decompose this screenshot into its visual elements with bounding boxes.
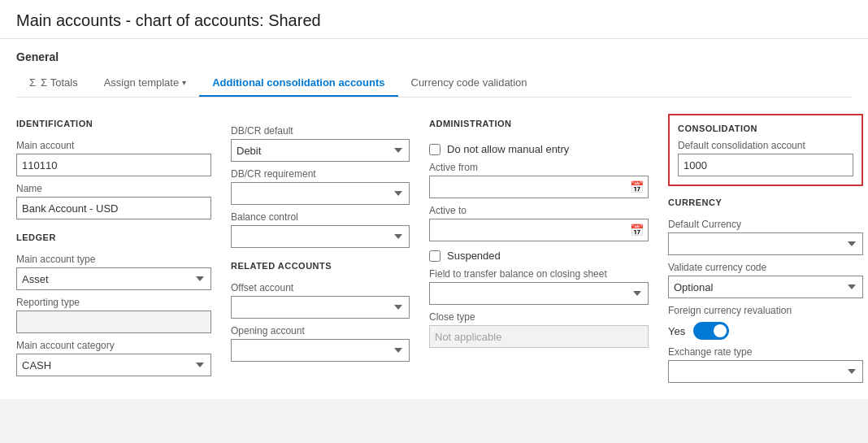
tab-additional-consolidation[interactable]: Additional consolidation accounts: [199, 70, 397, 97]
field-transfer-wrapper: [429, 282, 649, 305]
default-currency-select[interactable]: [668, 232, 863, 255]
foreign-currency-toggle-container: Yes: [668, 322, 863, 340]
db-cr-default-wrapper: Debit Credit: [231, 139, 410, 162]
consolidation-group-label: CONSOLIDATION: [678, 124, 853, 133]
tab-currency-code-label: Currency code validation: [411, 76, 527, 89]
currency-group-label: CURRENCY: [668, 198, 863, 207]
do-not-allow-checkbox[interactable]: [429, 144, 441, 155]
suspended-row: Suspended: [429, 250, 649, 262]
tab-totals[interactable]: Σ Σ Totals: [16, 70, 91, 97]
validate-currency-code-wrapper: Optional Required Not applicable: [668, 276, 863, 298]
balance-control-label: Balance control: [231, 211, 410, 223]
exchange-rate-type-label: Exchange rate type: [668, 346, 863, 358]
close-type-label: Close type: [429, 311, 649, 323]
suspended-checkbox[interactable]: [429, 250, 441, 262]
default-consolidation-input[interactable]: [678, 154, 853, 176]
offset-account-wrapper: [231, 296, 410, 319]
db-cr-default-select[interactable]: Debit Credit: [231, 139, 410, 162]
main-account-category-wrapper: CASH OTHER: [16, 354, 211, 376]
db-cr-requirement-label: DB/CR requirement: [231, 168, 410, 180]
identification-group-label: IDENTIFICATION: [16, 119, 211, 128]
sigma-icon: Σ: [29, 76, 36, 89]
tab-additional-consolidation-label: Additional consolidation accounts: [212, 76, 384, 89]
tab-currency-code[interactable]: Currency code validation: [398, 70, 540, 97]
form-grid: IDENTIFICATION Main account Name LEDGER …: [16, 111, 852, 383]
offset-account-select[interactable]: [231, 296, 410, 319]
db-cr-requirement-select[interactable]: Debit Credit: [231, 182, 410, 205]
do-not-allow-label: Do not allow manual entry: [447, 143, 569, 155]
tab-assign-template-label: Assign template: [104, 76, 180, 89]
main-account-type-label: Main account type: [16, 254, 211, 265]
main-account-category-label: Main account category: [16, 340, 211, 351]
active-from-label: Active from: [429, 162, 649, 173]
column-dbcr: DB/CR default Debit Credit DB/CR require…: [231, 111, 410, 362]
default-currency-wrapper: [668, 232, 863, 255]
offset-account-label: Offset account: [231, 282, 410, 293]
active-from-wrapper: 📅: [429, 176, 649, 198]
default-currency-label: Default Currency: [668, 219, 863, 230]
db-cr-default-label: DB/CR default: [231, 125, 410, 137]
main-account-label: Main account: [16, 140, 211, 151]
opening-account-wrapper: [231, 339, 410, 362]
page-header: Main accounts - chart of accounts: Share…: [0, 0, 868, 39]
default-consolidation-label: Default consolidation account: [678, 140, 853, 151]
do-not-allow-row: Do not allow manual entry: [429, 143, 649, 155]
active-from-input[interactable]: [429, 176, 649, 198]
main-account-type-select[interactable]: Asset Liability Equity Revenue Expense: [16, 267, 211, 290]
suspended-label: Suspended: [447, 250, 501, 262]
validate-currency-code-select[interactable]: Optional Required Not applicable: [668, 276, 863, 298]
column-administration: ADMINISTRATION Do not allow manual entry…: [429, 111, 649, 348]
exchange-rate-type-wrapper: [668, 360, 863, 383]
related-accounts-group-label: RELATED ACCOUNTS: [231, 261, 410, 271]
chevron-down-icon: ▾: [182, 78, 186, 87]
tab-assign-template[interactable]: Assign template ▾: [91, 70, 200, 97]
toggle-knob: [714, 324, 727, 337]
validate-currency-code-label: Validate currency code: [668, 262, 863, 273]
balance-control-select[interactable]: [231, 225, 410, 248]
reporting-type-input[interactable]: [16, 311, 211, 333]
foreign-currency-toggle[interactable]: [693, 322, 729, 340]
exchange-rate-type-select[interactable]: [668, 360, 863, 383]
section-label: General: [16, 39, 852, 70]
administration-group-label: ADMINISTRATION: [429, 119, 649, 128]
reporting-type-label: Reporting type: [16, 297, 211, 308]
column-identification: IDENTIFICATION Main account Name LEDGER …: [16, 111, 211, 376]
db-cr-requirement-wrapper: Debit Credit: [231, 182, 410, 205]
name-label: Name: [16, 183, 211, 194]
main-account-input[interactable]: [16, 154, 211, 176]
active-to-label: Active to: [429, 205, 649, 216]
field-transfer-label: Field to transfer balance on closing she…: [429, 268, 649, 280]
field-transfer-select[interactable]: [429, 282, 649, 305]
balance-control-wrapper: [231, 225, 410, 248]
active-to-wrapper: 📅: [429, 219, 649, 241]
opening-account-select[interactable]: [231, 339, 410, 362]
column-consolidation: CONSOLIDATION Default consolidation acco…: [668, 111, 863, 383]
name-input[interactable]: [16, 197, 211, 219]
content-area: General Σ Σ Totals Assign template ▾ Add…: [0, 39, 868, 399]
opening-account-label: Opening account: [231, 325, 410, 337]
main-account-type-wrapper: Asset Liability Equity Revenue Expense: [16, 267, 211, 290]
main-account-category-select[interactable]: CASH OTHER: [16, 354, 211, 376]
close-type-value: Not applicable: [429, 325, 649, 348]
tabs-bar: Σ Σ Totals Assign template ▾ Additional …: [16, 70, 852, 98]
active-to-input[interactable]: [429, 219, 649, 241]
page-title: Main accounts - chart of accounts: Share…: [16, 11, 852, 30]
toggle-label: Yes: [668, 325, 685, 337]
ledger-group-label: LEDGER: [16, 232, 211, 242]
consolidation-box: CONSOLIDATION Default consolidation acco…: [668, 114, 863, 186]
foreign-currency-label: Foreign currency revaluation: [668, 305, 863, 316]
